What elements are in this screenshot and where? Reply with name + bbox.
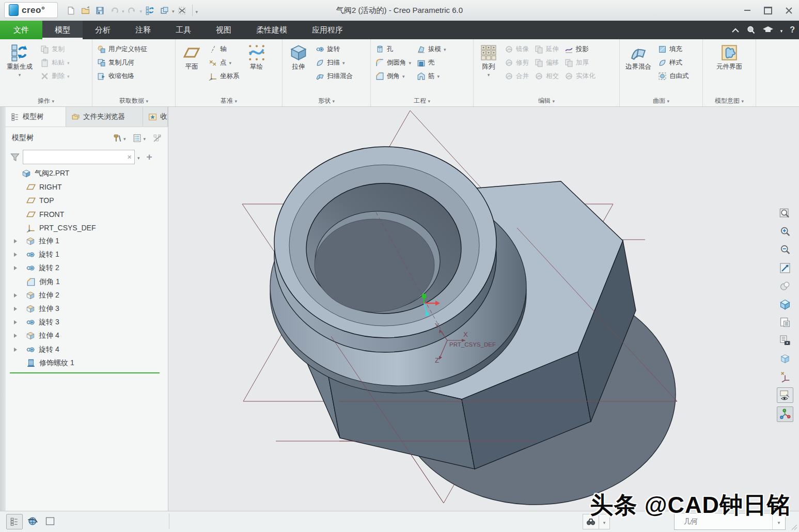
undo-button[interactable] [107, 4, 121, 17]
swept-blend-button[interactable]: 扫描混合 [314, 69, 355, 83]
rib-button[interactable]: 筋 [415, 69, 448, 83]
axis-button[interactable]: 轴 [207, 42, 242, 56]
appearance-gallery-button[interactable] [777, 279, 793, 293]
tab-applications[interactable]: 应用程序 [300, 21, 355, 39]
tree-item-csys[interactable]: PRT_CSYS_DEF [6, 221, 167, 234]
chamfer-button[interactable]: 倒角 [373, 69, 413, 83]
tree-tools-button[interactable] [113, 133, 126, 143]
regenerate-list-button[interactable] [143, 4, 156, 17]
extrude-button[interactable]: 拉伸 [285, 41, 312, 71]
tree-display-options-button[interactable] [133, 133, 146, 143]
group-label-editing[interactable]: 编辑 [476, 96, 617, 106]
merge-button[interactable]: 合并 [503, 69, 531, 83]
filter-funnel-icon[interactable] [10, 152, 20, 162]
project-button[interactable]: 投影 [562, 42, 598, 56]
web-browser-button[interactable] [25, 514, 40, 528]
manage-window-button[interactable] [158, 4, 171, 17]
tab-flexible-modeling[interactable]: 柔性建模 [244, 21, 300, 39]
learning-center-icon[interactable] [763, 26, 773, 34]
add-filter-button[interactable] [147, 151, 152, 163]
delete-button[interactable]: 删除 [38, 69, 72, 83]
save-button[interactable] [93, 4, 106, 17]
tab-file[interactable]: 文件 [0, 21, 42, 39]
expand-arrow[interactable] [14, 307, 22, 311]
style-button[interactable]: 样式 [656, 56, 691, 69]
datum-display-filters-button[interactable] [777, 369, 793, 384]
refit-button[interactable] [777, 261, 793, 275]
tab-model[interactable]: 模型 [42, 21, 83, 39]
spin-center-button[interactable] [777, 406, 793, 422]
tree-item-extrude-4[interactable]: 拉伸 4 [6, 329, 167, 342]
tree-item-revolve-1[interactable]: 旋转 1 [6, 248, 167, 261]
csys-button[interactable]: 坐标系 [207, 69, 242, 83]
expand-arrow[interactable] [14, 293, 22, 298]
tree-item-revolve-2[interactable]: 旋转 2 [6, 261, 167, 275]
navigator-tab-model-tree[interactable]: 模型树 [6, 107, 66, 127]
new-file-button[interactable] [64, 4, 77, 17]
zoom-in-button[interactable] [777, 225, 793, 239]
group-label-operations[interactable]: 操作 [3, 96, 89, 106]
offset-button[interactable]: 偏移 [532, 56, 561, 69]
hole-button[interactable]: 孔 [373, 42, 413, 56]
graphics-area[interactable]: Y X Z PRT_CSYS_DEF [169, 107, 799, 511]
expand-arrow[interactable] [14, 320, 22, 324]
copy-button[interactable]: 复制 [38, 42, 72, 56]
navigator-edge-strip[interactable] [0, 107, 6, 511]
plane-button[interactable]: 平面 [178, 41, 205, 71]
expand-arrow[interactable] [14, 239, 22, 243]
tree-search-field[interactable] [23, 150, 127, 164]
expand-arrow[interactable] [14, 334, 22, 338]
part-model[interactable] [270, 147, 676, 505]
pattern-button[interactable]: 阵列 [476, 41, 501, 78]
tab-tools[interactable]: 工具 [163, 21, 203, 39]
annotation-display-button[interactable] [777, 387, 793, 403]
tree-item-chamfer-1[interactable]: 倒角 1 [6, 275, 167, 289]
expand-arrow[interactable] [14, 253, 22, 257]
shrinkwrap-button[interactable]: 收缩包络 [95, 69, 149, 83]
maximize-button[interactable] [758, 0, 778, 21]
resize-grip[interactable] [790, 523, 797, 530]
revolve-button[interactable]: 旋转 [314, 42, 355, 56]
open-button[interactable] [79, 4, 92, 17]
boundary-blend-button[interactable]: 边界混合 [622, 41, 654, 71]
3d-viewport[interactable]: Y X Z PRT_CSYS_DEF [169, 107, 799, 511]
tab-analysis[interactable]: 分析 [83, 21, 123, 39]
learning-dropdown[interactable] [780, 25, 783, 35]
component-interface-button[interactable]: 元件界面 [711, 41, 747, 71]
insert-here-locator[interactable] [10, 372, 160, 373]
fill-button[interactable]: 填充 [656, 42, 691, 56]
tree-item-front-plane[interactable]: FRONT [6, 208, 167, 221]
tree-item-extrude-3[interactable]: 拉伸 3 [6, 302, 167, 316]
copy-geometry-button[interactable]: 复制几何 [95, 56, 149, 69]
intersect-button[interactable]: 相交 [532, 69, 561, 83]
display-style-button[interactable] [777, 297, 793, 311]
tab-view[interactable]: 视图 [203, 21, 244, 39]
minimize-button[interactable] [737, 0, 758, 21]
navigator-toggle-button[interactable] [6, 514, 23, 529]
group-label-surfaces[interactable]: 曲面 [622, 96, 700, 106]
draft-button[interactable]: 拔模 [415, 42, 448, 56]
regenerate-button[interactable]: 重新生成 [3, 41, 37, 78]
tree-item-cosmetic-thread[interactable]: 修饰螺纹 1 [6, 356, 167, 370]
tree-item-extrude-2[interactable]: 拉伸 2 [6, 289, 167, 302]
zoom-region-button[interactable] [777, 207, 793, 221]
clear-search-icon[interactable] [127, 152, 134, 162]
udf-button[interactable]: 用户定义特征 [95, 42, 149, 56]
redo-dropdown[interactable] [140, 6, 143, 15]
perspective-button[interactable] [777, 351, 793, 366]
group-label-get-data[interactable]: 获取数据 [95, 96, 173, 106]
manage-window-dropdown[interactable] [172, 6, 175, 15]
redo-button[interactable] [126, 4, 139, 17]
group-label-shapes[interactable]: 形状 [285, 96, 368, 106]
expand-arrow[interactable] [14, 348, 22, 352]
tab-annotate[interactable]: 注释 [123, 21, 163, 39]
tree-item-revolve-4[interactable]: 旋转 4 [6, 342, 167, 356]
search-dropdown[interactable] [137, 152, 140, 162]
help-icon[interactable]: ? [790, 25, 795, 35]
point-button[interactable]: 点 [207, 56, 242, 69]
close-button[interactable] [778, 0, 799, 21]
sketch-button[interactable]: 草绘 [243, 41, 270, 71]
tree-search-input[interactable] [23, 150, 135, 164]
collapse-ribbon-icon[interactable] [732, 28, 739, 33]
undo-dropdown[interactable] [122, 6, 124, 15]
